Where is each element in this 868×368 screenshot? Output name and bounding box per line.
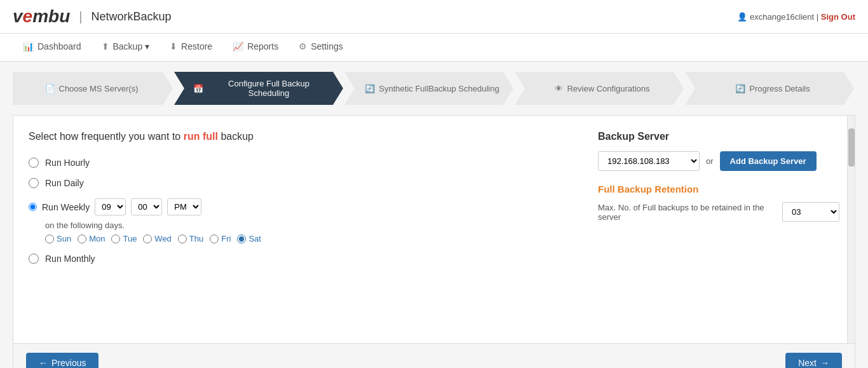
minute-select[interactable]: 00 bbox=[131, 198, 162, 215]
nav-reports[interactable]: 📈 Reports bbox=[222, 34, 288, 61]
day-sun[interactable]: Sun bbox=[45, 234, 71, 243]
wizard-step-configure-label: Configure Full Backup Scheduling bbox=[207, 79, 330, 98]
retention-select[interactable]: 01 02 03 04 05 bbox=[782, 202, 839, 222]
radio-monthly[interactable] bbox=[29, 254, 39, 264]
choose-server-icon: 📄 bbox=[45, 84, 55, 93]
server-row: 192.168.108.183 or Add Backup Server bbox=[598, 151, 839, 171]
next-arrow-icon: → bbox=[820, 358, 829, 368]
nav-backup-label: Backup ▾ bbox=[113, 41, 150, 51]
backup-icon: ⬆ bbox=[102, 41, 109, 51]
nav-reports-label: Reports bbox=[247, 41, 278, 51]
wizard-step-synthetic[interactable]: 🔄 Synthetic FullBackup Scheduling bbox=[344, 72, 513, 105]
days-row: Sun Mon Tue Wed bbox=[45, 234, 410, 243]
prev-label: Previous bbox=[51, 358, 86, 368]
day-tue[interactable]: Tue bbox=[111, 234, 137, 243]
following-days: on the following days. Sun Mon Tue bbox=[45, 221, 410, 243]
weekly-row: Run Weekly 09 00 PM AM bbox=[29, 198, 410, 215]
label-sun: Sun bbox=[57, 234, 71, 243]
review-icon: 👁 bbox=[555, 84, 563, 93]
retention-row: Max. No. of Full backups to be retained … bbox=[598, 202, 839, 222]
nav-settings[interactable]: ⚙ Settings bbox=[288, 34, 353, 61]
radio-weekly[interactable] bbox=[29, 203, 37, 211]
logo: vembu | NetworkBackup bbox=[13, 6, 172, 27]
configure-icon: 📅 bbox=[193, 84, 203, 93]
header: vembu | NetworkBackup 👤 exchange16client… bbox=[0, 0, 868, 34]
scrollbar-thumb[interactable] bbox=[848, 128, 855, 167]
radio-daily[interactable] bbox=[29, 178, 39, 188]
option-weekly: Run Weekly 09 00 PM AM on the following … bbox=[29, 198, 410, 243]
restore-icon: ⬇ bbox=[170, 41, 177, 51]
label-monthly: Run Monthly bbox=[45, 254, 95, 264]
wizard-step-choose-label: Choose MS Server(s) bbox=[59, 84, 139, 93]
day-mon[interactable]: Mon bbox=[78, 234, 105, 243]
label-mon: Mon bbox=[89, 234, 105, 243]
option-daily[interactable]: Run Daily bbox=[29, 178, 410, 188]
radio-sat[interactable] bbox=[237, 235, 246, 243]
page-title-highlight: run full bbox=[184, 131, 218, 142]
wizard-step-configure[interactable]: 📅 Configure Full Backup Scheduling bbox=[174, 72, 343, 105]
wizard: 📄 Choose MS Server(s) 📅 Configure Full B… bbox=[13, 72, 855, 105]
wizard-step-progress-label: Progress Details bbox=[749, 84, 810, 93]
label-wed: Wed bbox=[154, 234, 172, 243]
radio-tue[interactable] bbox=[111, 235, 120, 243]
radio-sun[interactable] bbox=[45, 235, 54, 243]
label-fri: Fri bbox=[221, 234, 231, 243]
next-button[interactable]: Next → bbox=[785, 353, 842, 368]
wizard-step-review-label: Review Configurations bbox=[567, 84, 649, 93]
settings-icon: ⚙ bbox=[299, 41, 307, 51]
logo-vembu: vembu bbox=[13, 6, 70, 27]
radio-thu[interactable] bbox=[178, 235, 187, 243]
option-hourly[interactable]: Run Hourly bbox=[29, 158, 410, 168]
day-sat[interactable]: Sat bbox=[237, 234, 261, 243]
right-panel: Backup Server 192.168.108.183 or Add Bac… bbox=[598, 131, 839, 222]
nav-backup[interactable]: ⬆ Backup ▾ bbox=[92, 34, 160, 61]
wizard-step-review[interactable]: 👁 Review Configurations bbox=[515, 72, 684, 105]
label-daily: Run Daily bbox=[45, 178, 84, 188]
or-text: or bbox=[706, 156, 714, 166]
label-hourly: Run Hourly bbox=[45, 158, 90, 168]
previous-button[interactable]: ← Previous bbox=[26, 353, 98, 368]
wizard-step-choose[interactable]: 📄 Choose MS Server(s) bbox=[13, 72, 173, 105]
dashboard-icon: 📊 bbox=[23, 41, 34, 51]
scrollbar-track[interactable] bbox=[847, 116, 855, 343]
label-sat: Sat bbox=[248, 234, 261, 243]
following-days-label: on the following days. bbox=[45, 221, 125, 230]
sign-out-link[interactable]: Sign Out bbox=[821, 12, 855, 22]
logo-product: NetworkBackup bbox=[91, 10, 171, 24]
retention-title: Full Backup Retention bbox=[598, 184, 839, 194]
logo-divider: | bbox=[79, 10, 82, 24]
nav-restore[interactable]: ⬇ Restore bbox=[159, 34, 222, 61]
wizard-step-progress[interactable]: 🔄 Progress Details bbox=[685, 72, 854, 105]
nav: 📊 Dashboard ⬆ Backup ▾ ⬇ Restore 📈 Repor… bbox=[0, 34, 868, 62]
progress-icon: 🔄 bbox=[735, 84, 745, 93]
add-backup-server-button[interactable]: Add Backup Server bbox=[720, 151, 817, 171]
radio-wed[interactable] bbox=[143, 235, 152, 243]
user-icon: 👤 bbox=[737, 12, 750, 22]
frequency-options: Run Hourly Run Daily Run Weekly 09 00 PM… bbox=[29, 158, 410, 264]
radio-mon[interactable] bbox=[78, 235, 86, 243]
radio-hourly[interactable] bbox=[29, 158, 39, 168]
day-thu[interactable]: Thu bbox=[178, 234, 203, 243]
day-fri[interactable]: Fri bbox=[210, 234, 231, 243]
label-tue: Tue bbox=[123, 234, 137, 243]
backup-server-title: Backup Server bbox=[598, 131, 839, 142]
main-content: Select how frequently you want to run fu… bbox=[13, 115, 855, 344]
reports-icon: 📈 bbox=[233, 41, 243, 51]
username: exchange16client bbox=[750, 12, 814, 22]
page-title-prefix: Select how frequently you want to bbox=[29, 131, 184, 142]
ampm-select[interactable]: PM AM bbox=[167, 198, 201, 215]
hour-select[interactable]: 09 bbox=[95, 198, 126, 215]
radio-fri[interactable] bbox=[210, 235, 219, 243]
nav-settings-label: Settings bbox=[311, 41, 343, 51]
day-wed[interactable]: Wed bbox=[143, 234, 172, 243]
page-title-suffix: backup bbox=[220, 131, 254, 142]
nav-restore-label: Restore bbox=[181, 41, 212, 51]
next-label: Next bbox=[798, 358, 817, 368]
synthetic-icon: 🔄 bbox=[365, 84, 375, 93]
footer: ← Previous Next → bbox=[13, 344, 855, 368]
label-thu: Thu bbox=[189, 234, 203, 243]
wizard-step-synthetic-label: Synthetic FullBackup Scheduling bbox=[379, 84, 499, 93]
server-ip-select[interactable]: 192.168.108.183 bbox=[598, 151, 700, 171]
option-monthly[interactable]: Run Monthly bbox=[29, 254, 410, 264]
nav-dashboard[interactable]: 📊 Dashboard bbox=[13, 34, 92, 61]
